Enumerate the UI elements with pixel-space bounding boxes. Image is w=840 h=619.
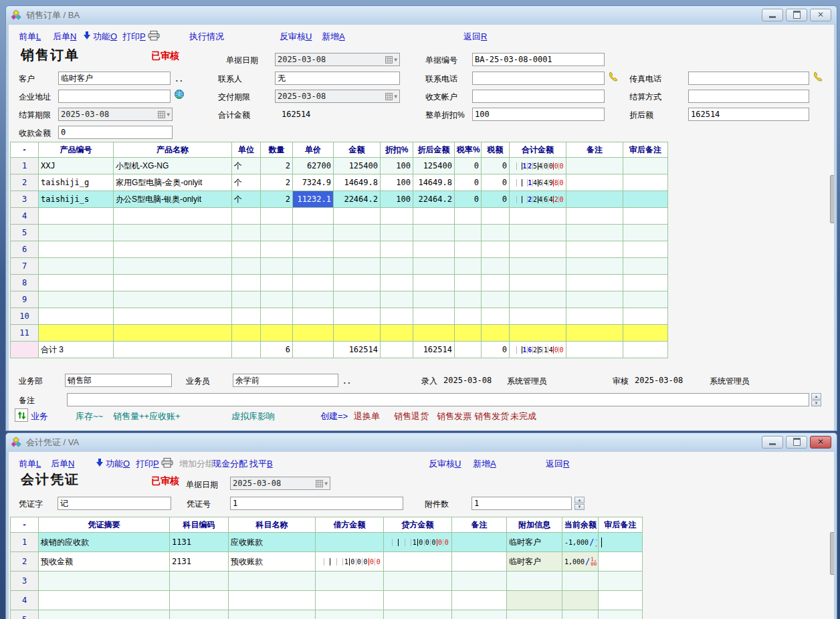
- discounted-amount-cell[interactable]: [413, 258, 455, 275]
- close-button[interactable]: ✕: [810, 436, 831, 449]
- tax-cell[interactable]: 0: [482, 158, 510, 174]
- print-button[interactable]: 打印P: [122, 31, 146, 43]
- price-cell[interactable]: 62700: [293, 158, 334, 174]
- audit-note-cell[interactable]: [599, 610, 643, 619]
- settle-method-input[interactable]: [688, 90, 809, 103]
- tax-rate-cell[interactable]: [455, 225, 482, 241]
- unit-cell[interactable]: [232, 225, 261, 241]
- credit-ledger-cell[interactable]: [384, 610, 452, 619]
- price-cell[interactable]: 11232.1: [293, 191, 334, 208]
- product-name-cell[interactable]: 办公S型电脑-银奥-onlyit: [114, 191, 232, 208]
- unit-cell[interactable]: [232, 308, 261, 325]
- audit-note-cell[interactable]: [599, 552, 643, 572]
- note-cell[interactable]: [566, 191, 623, 208]
- total-ledger-cell[interactable]: [510, 225, 566, 241]
- row-number[interactable]: 3: [11, 191, 39, 208]
- audit-note-cell[interactable]: [599, 533, 643, 552]
- workflow-link[interactable]: 业务: [31, 410, 48, 422]
- qty-cell[interactable]: [261, 258, 293, 275]
- add-new-button[interactable]: 新增A: [473, 458, 496, 470]
- table-row[interactable]: 4: [11, 208, 668, 225]
- next-doc-button[interactable]: 后单N: [51, 458, 74, 470]
- tax-rate-cell[interactable]: [455, 241, 482, 258]
- unaudit-button[interactable]: 反审核U: [280, 31, 312, 43]
- row-number[interactable]: 1: [11, 158, 39, 174]
- note-cell[interactable]: [566, 275, 623, 291]
- clerk-browse-button[interactable]: ..: [342, 377, 351, 386]
- audit-note-cell[interactable]: [623, 275, 668, 291]
- table-row[interactable]: 5: [11, 225, 668, 241]
- chevron-down-icon[interactable]: ▼: [394, 94, 397, 100]
- vertical-scrollbar[interactable]: [830, 175, 834, 223]
- tax-cell[interactable]: [482, 325, 510, 342]
- note-cell[interactable]: [566, 325, 623, 342]
- chevron-down-icon[interactable]: ▼: [167, 112, 170, 118]
- contact-input[interactable]: [275, 72, 400, 85]
- row-number[interactable]: 4: [11, 591, 39, 610]
- product-code-cell[interactable]: [39, 308, 114, 325]
- total-ledger-cell[interactable]: [510, 208, 566, 225]
- account-name-cell[interactable]: 应收账款: [229, 533, 316, 552]
- clerk-input[interactable]: [233, 374, 338, 387]
- address-input[interactable]: [58, 90, 171, 103]
- workflow-link[interactable]: 销售发票: [437, 410, 471, 422]
- debit-ledger-cell[interactable]: [316, 533, 384, 552]
- product-name-cell[interactable]: 家用G型电脑-金奥-onlyit: [114, 174, 232, 191]
- row-number[interactable]: 5: [11, 225, 39, 241]
- account-name-cell[interactable]: [229, 591, 316, 610]
- return-button[interactable]: 返回R: [463, 31, 487, 43]
- workflow-link[interactable]: 退换单: [354, 410, 380, 422]
- functions-button[interactable]: 功能O: [93, 31, 117, 43]
- amount-cell[interactable]: [334, 308, 381, 325]
- table-row[interactable]: 1XXJ小型机-XG-NG个26270012540010012540000125…: [11, 158, 668, 174]
- tax-rate-cell[interactable]: [455, 291, 482, 308]
- note-cell[interactable]: [566, 158, 623, 174]
- audit-note-cell[interactable]: [623, 158, 668, 174]
- tax-cell[interactable]: [482, 241, 510, 258]
- price-cell[interactable]: [293, 241, 334, 258]
- discount-cell[interactable]: [381, 258, 413, 275]
- tax-cell[interactable]: 0: [482, 174, 510, 191]
- table-row[interactable]: 2taishiji_g家用G型电脑-金奥-onlyit个27324.914649…: [11, 174, 668, 191]
- discount-cell[interactable]: [381, 325, 413, 342]
- account-code-cell[interactable]: [170, 591, 229, 610]
- workflow-link[interactable]: 库存~~: [76, 410, 103, 422]
- current-balance-cell[interactable]: [562, 591, 599, 610]
- tax-cell[interactable]: [482, 291, 510, 308]
- phone-input[interactable]: [472, 72, 605, 85]
- unit-cell[interactable]: 个: [232, 191, 261, 208]
- note-cell[interactable]: [566, 291, 623, 308]
- fax-input[interactable]: [688, 72, 809, 85]
- audit-note-cell[interactable]: [623, 308, 668, 325]
- audit-note-cell[interactable]: [599, 572, 643, 591]
- discounted-amount-cell[interactable]: [413, 308, 455, 325]
- discount-cell[interactable]: 100: [381, 174, 413, 191]
- add-new-button[interactable]: 新增A: [322, 31, 345, 43]
- qty-cell[interactable]: 2: [261, 191, 293, 208]
- extra-info-cell[interactable]: [507, 572, 562, 591]
- price-cell[interactable]: [293, 291, 334, 308]
- qty-cell[interactable]: 2: [261, 174, 293, 191]
- amount-cell[interactable]: 125400: [334, 158, 381, 174]
- audit-note-cell[interactable]: [623, 208, 668, 225]
- product-code-cell[interactable]: [39, 325, 114, 342]
- row-number[interactable]: 2: [11, 552, 39, 572]
- amount-cell[interactable]: [334, 291, 381, 308]
- product-code-cell[interactable]: XXJ: [39, 158, 114, 174]
- balance-button[interactable]: 找平B: [249, 458, 273, 470]
- note-cell[interactable]: [566, 308, 623, 325]
- vertical-scrollbar[interactable]: [830, 532, 834, 575]
- refresh-icon[interactable]: [15, 408, 28, 422]
- audit-note-cell[interactable]: [623, 191, 668, 208]
- total-ledger-cell[interactable]: 2246420: [510, 191, 566, 208]
- note-cell[interactable]: [452, 610, 507, 619]
- tax-rate-cell[interactable]: [455, 308, 482, 325]
- cash-allocate-button[interactable]: 现金分配: [213, 458, 247, 470]
- print-button[interactable]: 打印P: [136, 458, 159, 470]
- audit-note-cell[interactable]: [623, 174, 668, 191]
- tax-cell[interactable]: [482, 208, 510, 225]
- tax-rate-cell[interactable]: [455, 258, 482, 275]
- account-code-cell[interactable]: 2131: [170, 552, 229, 572]
- table-row[interactable]: 5: [11, 610, 643, 619]
- row-number[interactable]: 11: [11, 325, 39, 342]
